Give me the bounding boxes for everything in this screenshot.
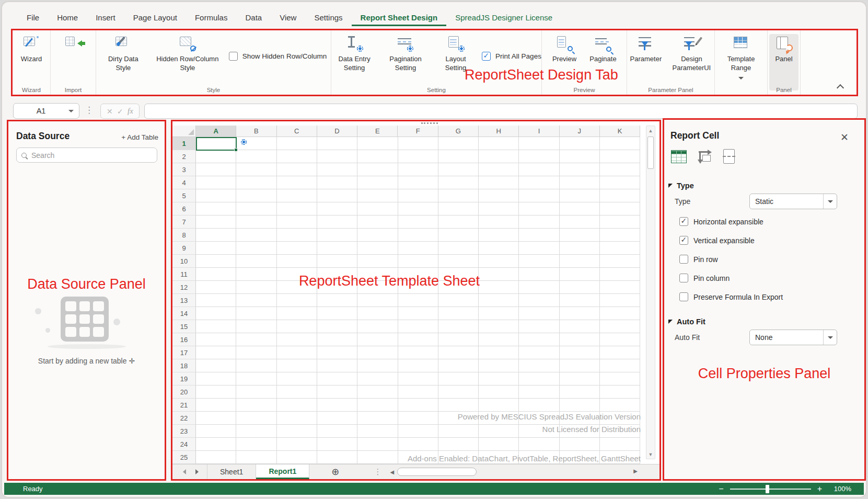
active-cell-selection[interactable] — [196, 137, 237, 151]
zoom-out-icon[interactable]: − — [719, 484, 723, 494]
column-header[interactable]: A — [196, 126, 236, 137]
row-header[interactable]: 14 — [172, 307, 196, 320]
type-dropdown[interactable]: Static — [749, 194, 837, 209]
cell-type-gear-icon[interactable] — [241, 139, 247, 145]
template-range-button[interactable]: Template Range — [717, 34, 765, 81]
row-header[interactable]: 12 — [172, 281, 196, 294]
parameter-button[interactable]: Parameter — [627, 34, 665, 65]
column-header[interactable]: J — [560, 126, 600, 137]
column-header[interactable]: H — [479, 126, 519, 137]
preview-button[interactable]: Preview — [548, 34, 581, 65]
row-header[interactable]: 2 — [172, 150, 196, 163]
zoom-slider[interactable] — [730, 489, 811, 490]
row-header[interactable]: 3 — [172, 163, 196, 176]
row-header[interactable]: 18 — [172, 359, 196, 372]
page-break-page-icon[interactable] — [721, 149, 738, 165]
column-header[interactable]: B — [236, 126, 276, 137]
report-cell-table-icon[interactable] — [670, 149, 688, 165]
formula-input[interactable] — [144, 104, 858, 119]
menu-item[interactable]: View — [271, 8, 305, 26]
column-header[interactable]: C — [277, 126, 317, 137]
show-hidden-row-column-checkbox[interactable]: Show Hidden Row/Column — [229, 52, 327, 61]
name-box[interactable]: A1 — [13, 103, 79, 119]
row-header[interactable]: 9 — [172, 242, 196, 255]
dropdown-arrow-icon[interactable] — [823, 194, 837, 209]
sheet-tab[interactable]: Report1 — [256, 464, 309, 479]
menu-item[interactable]: Formulas — [186, 8, 237, 26]
panel-checkbox[interactable]: Vertical expansible — [679, 236, 783, 245]
scroll-left-icon[interactable]: ◀ — [390, 464, 394, 479]
menu-item[interactable]: Page Layout — [124, 8, 186, 26]
row-header[interactable]: 23 — [172, 425, 196, 438]
select-all-corner[interactable] — [172, 126, 196, 137]
pagination-setting-button[interactable]: Pagination Setting — [381, 34, 430, 74]
fill-handle[interactable] — [234, 148, 238, 152]
row-header[interactable]: 22 — [172, 412, 196, 425]
sheet-tab[interactable]: Sheet1 — [207, 464, 256, 479]
row-header[interactable]: 13 — [172, 294, 196, 307]
panel-checkbox[interactable]: Pin column — [679, 274, 783, 282]
vertical-scrollbar[interactable]: ▲ ▼ — [646, 126, 655, 459]
column-header[interactable]: G — [438, 126, 479, 137]
row-header[interactable]: 15 — [172, 320, 196, 333]
menu-item[interactable]: Settings — [305, 8, 351, 26]
import-template-button[interactable] — [52, 34, 95, 56]
panel-checkbox[interactable]: Horizontal expansible — [679, 217, 783, 226]
row-header[interactable]: 5 — [172, 189, 196, 202]
row-header[interactable]: 7 — [172, 216, 196, 229]
prev-sheet-icon[interactable] — [183, 469, 186, 474]
formula-bar-kebab-icon[interactable]: ⋮ — [85, 105, 94, 116]
type-section-header[interactable]: Type — [668, 182, 694, 190]
row-header[interactable]: 6 — [172, 202, 196, 216]
row-header[interactable]: 11 — [172, 268, 196, 281]
data-source-search[interactable] — [16, 148, 157, 163]
row-header[interactable]: 20 — [172, 385, 196, 399]
row-header[interactable]: 8 — [172, 229, 196, 242]
row-header[interactable]: 4 — [172, 176, 196, 189]
tab-bar-kebab-icon[interactable]: ⋮ — [374, 464, 381, 479]
next-sheet-icon[interactable] — [195, 469, 199, 474]
fx-icon[interactable]: fx — [128, 107, 133, 116]
hidden-row-column-style-button[interactable]: Hidden Row/Column Style — [154, 34, 222, 74]
row-header[interactable]: 1 — [172, 137, 196, 150]
template-range-dropdown-icon[interactable] — [738, 77, 744, 80]
menu-item[interactable]: Insert — [87, 8, 124, 26]
expand-direction-icon[interactable] — [696, 149, 713, 165]
print-all-pages-checkbox[interactable]: Print All Pages — [482, 52, 541, 61]
row-header[interactable]: 21 — [172, 399, 196, 412]
row-header[interactable]: 25 — [172, 451, 196, 464]
layout-setting-button[interactable]: Layout Setting — [434, 34, 478, 74]
autofit-section-header[interactable]: Auto Fit — [668, 317, 705, 326]
add-table-button[interactable]: + Add Table — [121, 133, 158, 141]
vertical-scrollbar-thumb[interactable] — [647, 137, 654, 169]
panel-checkbox[interactable]: Pin row — [679, 255, 783, 264]
horizontal-scrollbar[interactable] — [397, 468, 477, 476]
scroll-right-icon[interactable]: ▶ — [633, 468, 638, 474]
paginate-button[interactable]: Paginate — [586, 34, 620, 65]
dropdown-arrow-icon[interactable] — [823, 330, 837, 345]
name-box-dropdown-icon[interactable] — [68, 110, 74, 112]
column-header[interactable]: E — [357, 126, 398, 137]
row-header[interactable]: 16 — [172, 333, 196, 346]
row-header[interactable]: 10 — [172, 255, 196, 268]
menu-item[interactable]: Home — [48, 8, 87, 26]
add-sheet-icon[interactable]: ⊕ — [331, 464, 339, 479]
enter-icon[interactable]: ✓ — [117, 107, 123, 116]
design-parameterui-button[interactable]: Design ParameterUI — [669, 34, 714, 74]
column-header[interactable]: I — [519, 126, 559, 137]
zoom-slider-thumb[interactable] — [766, 485, 769, 493]
row-header[interactable]: 19 — [172, 372, 196, 385]
row-header[interactable]: 17 — [172, 346, 196, 359]
scroll-up-icon[interactable]: ▲ — [646, 126, 655, 135]
zoom-in-icon[interactable]: + — [817, 484, 822, 494]
scroll-down-icon[interactable]: ▼ — [646, 450, 655, 459]
cancel-icon[interactable]: ✕ — [107, 107, 113, 116]
row-header[interactable]: 24 — [172, 438, 196, 451]
column-header[interactable]: D — [317, 126, 357, 137]
close-icon[interactable]: ✕ — [840, 131, 849, 143]
wizard-button[interactable]: Wizard — [19, 34, 44, 65]
panel-button[interactable]: Panel — [769, 34, 798, 90]
search-input[interactable] — [30, 151, 145, 160]
autofit-dropdown[interactable]: None — [749, 330, 837, 345]
column-header[interactable]: K — [600, 126, 640, 137]
